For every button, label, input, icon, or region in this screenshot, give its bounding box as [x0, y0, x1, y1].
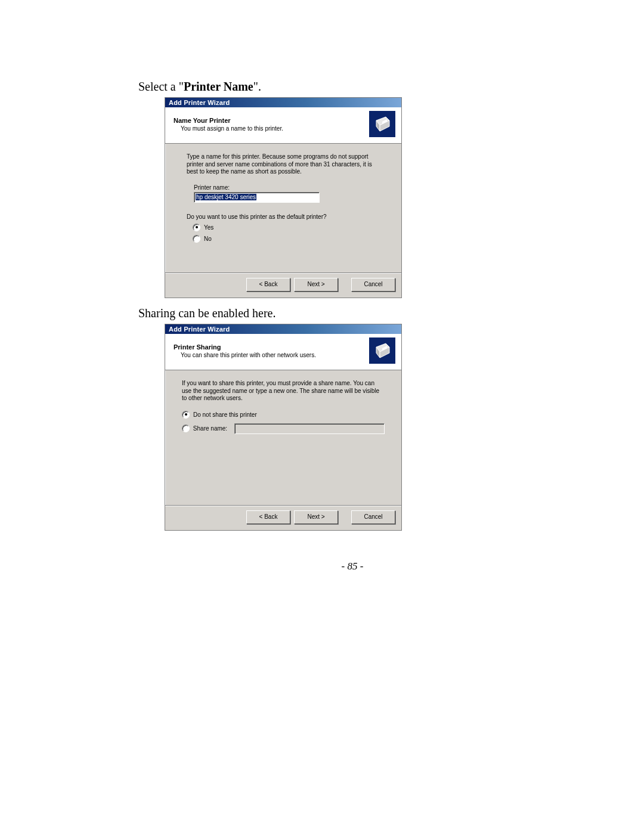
header-title: Printer Sharing — [174, 343, 369, 351]
radio-share-name[interactable] — [182, 425, 190, 432]
back-button[interactable]: < Back — [246, 510, 290, 524]
instruction-paragraph: Type a name for this printer. Because so… — [187, 153, 385, 176]
page-number: - 85 - — [138, 561, 566, 572]
radio-noshare-label: Do not share this printer — [193, 411, 257, 418]
default-printer-question: Do you want to use this printer as the d… — [187, 213, 385, 220]
printer-icon — [369, 111, 395, 137]
wizard-header: Name Your Printer You must assign a name… — [165, 107, 401, 144]
printer-name-label: Printer name: — [194, 184, 385, 191]
wizard-header: Printer Sharing You can share this print… — [165, 334, 401, 370]
wizard-content: If you want to share this printer, you m… — [165, 370, 401, 505]
next-button[interactable]: Next > — [294, 510, 338, 524]
radio-noshare-row[interactable]: Do not share this printer — [182, 411, 385, 419]
radio-do-not-share[interactable] — [182, 411, 190, 419]
instruction-paragraph: If you want to share this printer, you m… — [182, 380, 385, 402]
text-post: ". — [253, 80, 261, 93]
instruction-line-2: Sharing can be enabled here. — [138, 306, 566, 320]
back-button[interactable]: < Back — [246, 278, 290, 292]
wizard-name-printer: Add Printer Wizard Name Your Printer You… — [165, 97, 402, 298]
printer-name-input[interactable]: hp deskjet 3420 series — [194, 192, 320, 203]
printer-icon — [369, 337, 395, 364]
header-subtitle: You can share this printer with other ne… — [174, 351, 369, 358]
radio-no[interactable] — [193, 235, 200, 243]
titlebar: Add Printer Wizard — [165, 98, 401, 107]
instruction-line-1: Select a "Printer Name". — [138, 80, 566, 94]
radio-no-label: No — [204, 236, 212, 242]
radio-yes[interactable] — [193, 224, 200, 231]
cancel-button[interactable]: Cancel — [351, 510, 395, 524]
radio-yes-row[interactable]: Yes — [193, 224, 385, 231]
header-title: Name Your Printer — [174, 117, 369, 124]
radio-share-row[interactable]: Share name: — [182, 423, 385, 434]
titlebar: Add Printer Wizard — [165, 324, 401, 334]
wizard-content: Type a name for this printer. Because so… — [165, 144, 401, 272]
printer-name-value: hp deskjet 3420 series — [196, 194, 256, 200]
radio-no-row[interactable]: No — [193, 235, 385, 243]
next-button[interactable]: Next > — [294, 278, 338, 292]
wizard-footer: < Back Next > Cancel — [165, 272, 401, 298]
text-bold: Printer Name — [184, 80, 253, 93]
radio-share-label: Share name: — [193, 425, 231, 432]
radio-yes-label: Yes — [204, 224, 213, 231]
cancel-button[interactable]: Cancel — [351, 278, 395, 292]
wizard-footer: < Back Next > Cancel — [165, 505, 401, 530]
share-name-input[interactable] — [234, 423, 385, 434]
wizard-printer-sharing: Add Printer Wizard Printer Sharing You c… — [165, 324, 402, 531]
text-pre: Select a " — [138, 80, 184, 93]
header-subtitle: You must assign a name to this printer. — [174, 124, 369, 132]
